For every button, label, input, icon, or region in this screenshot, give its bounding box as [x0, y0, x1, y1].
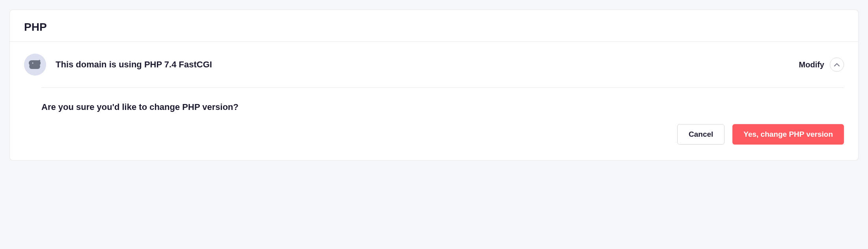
confirm-button[interactable]: Yes, change PHP version	[732, 124, 844, 145]
svg-point-0	[32, 63, 34, 64]
chevron-up-icon[interactable]	[830, 58, 844, 72]
php-settings-card: PHP This domain is using PHP 7.4 FastCGI…	[9, 9, 859, 161]
modify-label: Modify	[799, 60, 824, 69]
php-status-row: This domain is using PHP 7.4 FastCGI Mod…	[10, 42, 858, 87]
php-elephant-icon	[24, 54, 46, 76]
php-status-text: This domain is using PHP 7.4 FastCGI	[56, 59, 790, 70]
confirm-panel: Are you sure you'd like to change PHP ve…	[41, 87, 844, 160]
confirm-question: Are you sure you'd like to change PHP ve…	[41, 102, 844, 112]
card-title: PHP	[24, 21, 844, 33]
cancel-button[interactable]: Cancel	[677, 124, 725, 145]
button-row: Cancel Yes, change PHP version	[41, 124, 844, 145]
card-header: PHP	[10, 10, 858, 42]
modify-control[interactable]: Modify	[799, 58, 844, 72]
